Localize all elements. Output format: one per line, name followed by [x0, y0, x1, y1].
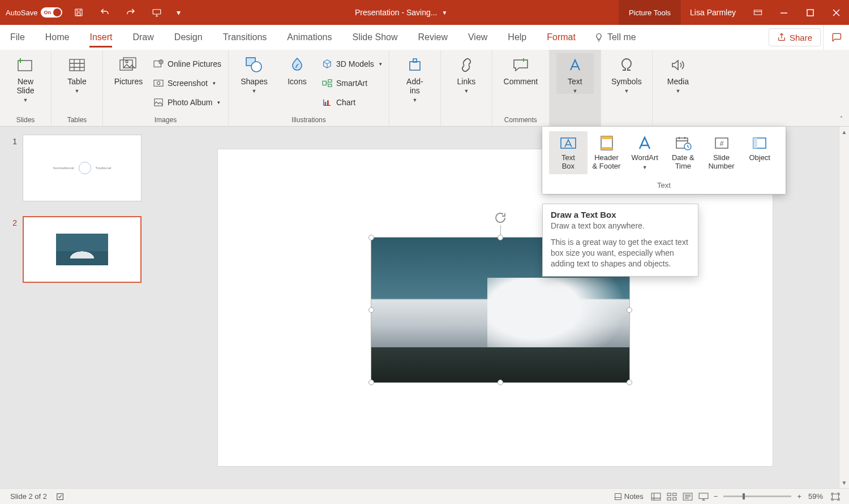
title-dropdown-icon[interactable]: ▼ [441, 10, 447, 16]
svg-rect-35 [699, 493, 708, 498]
svg-point-12 [126, 61, 128, 63]
comment-button[interactable]: Comment [499, 53, 542, 86]
resize-handle[interactable] [498, 235, 503, 240]
ribbon-display-options-icon[interactable] [745, 0, 771, 25]
svg-text:#: # [719, 140, 723, 148]
tab-animations[interactable]: Animations [277, 25, 342, 50]
comment-icon [511, 55, 530, 75]
text-gallery-button[interactable]: Text ▼ [556, 53, 594, 94]
slide-sorter-view-icon[interactable] [664, 489, 680, 504]
link-icon [457, 55, 476, 75]
slide-thumbnail[interactable]: 1 NontraditionalTraditional [10, 135, 147, 201]
maximize-icon[interactable] [797, 0, 823, 25]
ribbon-group-media: Media ▼ [653, 50, 704, 126]
shapes-button[interactable]: Shapes ▼ [235, 53, 273, 94]
date-time-button[interactable]: Date & Time [664, 131, 702, 174]
tab-home[interactable]: Home [35, 25, 80, 50]
zoom-slider[interactable] [723, 496, 791, 497]
online-pictures-button[interactable]: Online Pictures [153, 55, 221, 72]
object-button[interactable]: Object [740, 131, 779, 166]
table-button[interactable]: Table ▼ [58, 53, 96, 94]
scroll-up-icon[interactable]: ▲ [842, 129, 847, 135]
tab-insert[interactable]: Insert [79, 25, 122, 50]
tab-review[interactable]: Review [408, 25, 458, 50]
pictures-button[interactable]: Pictures [110, 53, 147, 86]
chart-icon [321, 97, 333, 108]
tab-file[interactable]: File [0, 25, 35, 50]
slideshow-view-icon[interactable] [696, 489, 711, 504]
resize-handle[interactable] [627, 307, 632, 313]
tell-me-search[interactable]: Tell me [586, 25, 644, 50]
resize-handle[interactable] [627, 380, 632, 385]
notes-button[interactable]: Notes [610, 489, 648, 504]
smartart-icon [321, 77, 333, 89]
autosave-toggle[interactable]: AutoSave On [6, 7, 62, 18]
collapse-ribbon-icon[interactable]: ˄ [837, 114, 846, 123]
contextual-tab-picture-tools[interactable]: Picture Tools [619, 0, 681, 25]
chart-button[interactable]: Chart [321, 94, 382, 111]
undo-icon[interactable] [95, 0, 114, 25]
fit-to-window-icon[interactable] [827, 489, 843, 504]
start-from-beginning-icon[interactable] [147, 0, 166, 25]
ribbon-group-symbols: Symbols ▼ [601, 50, 653, 126]
tab-draw[interactable]: Draw [122, 25, 164, 50]
scroll-down-icon[interactable]: ▼ [842, 480, 847, 486]
tab-slide-show[interactable]: Slide Show [342, 25, 408, 50]
slide-indicator[interactable]: Slide 2 of 2 [6, 489, 52, 504]
ribbon-group-slides: New Slide ▼ Slides [0, 50, 52, 126]
tab-transitions[interactable]: Transitions [213, 25, 277, 50]
wordart-button[interactable]: WordArt ▼ [625, 131, 664, 174]
share-button[interactable]: Share [769, 28, 821, 46]
rotate-handle-icon[interactable] [493, 210, 508, 225]
slide-canvas[interactable] [218, 149, 773, 466]
zoom-out-button[interactable]: − [711, 489, 721, 504]
close-icon[interactable] [823, 0, 849, 25]
resize-handle[interactable] [498, 380, 503, 385]
header-footer-button[interactable]: Header & Footer [588, 131, 626, 174]
slide-number-icon: # [712, 135, 731, 152]
chevron-down-icon: ▼ [572, 88, 577, 94]
vertical-scrollbar[interactable]: ▲▼ [839, 127, 849, 488]
resize-handle[interactable] [368, 380, 374, 385]
3d-models-button[interactable]: 3D Models▾ [321, 55, 382, 72]
spellcheck-icon[interactable] [52, 489, 70, 504]
tab-design[interactable]: Design [164, 25, 213, 50]
icons-button[interactable]: Icons [278, 53, 316, 86]
pictures-icon [119, 55, 138, 75]
minimize-icon[interactable] [771, 0, 797, 25]
user-name[interactable]: Lisa Parmley [681, 8, 745, 17]
slide-thumbnail[interactable]: 2 [10, 216, 147, 283]
zoom-percent[interactable]: 59% [804, 489, 827, 504]
svg-point-16 [157, 81, 160, 84]
media-button[interactable]: Media ▼ [659, 53, 697, 94]
tooltip-line-1: Draw a text box anywhere. [551, 221, 690, 231]
smartart-button[interactable]: SmartArt [321, 75, 382, 92]
links-button[interactable]: Links ▼ [448, 53, 485, 94]
photo-album-button[interactable]: Photo Album▾ [153, 94, 221, 111]
resize-handle[interactable] [368, 235, 374, 240]
reading-view-icon[interactable] [680, 489, 696, 504]
symbols-button[interactable]: Symbols ▼ [608, 53, 645, 94]
redo-icon[interactable] [121, 0, 140, 25]
tab-format[interactable]: Format [537, 25, 586, 50]
svg-rect-0 [75, 9, 82, 16]
ribbon-group-tables: Table ▼ Tables [52, 50, 103, 126]
shapes-icon [245, 55, 264, 75]
text-box-button[interactable]: Text Box [549, 131, 588, 174]
addins-button[interactable]: Add- ins ▼ [396, 53, 434, 103]
zoom-in-button[interactable]: + [795, 489, 804, 504]
wordart-icon [635, 135, 654, 152]
tab-view[interactable]: View [458, 25, 498, 50]
ribbon-group-illustrations: Shapes ▼ Icons 3D Models▾ SmartArt Chart… [229, 50, 389, 126]
svg-rect-25 [410, 62, 420, 70]
new-slide-button[interactable]: New Slide ▼ [7, 53, 44, 103]
screenshot-button[interactable]: Screenshot▾ [153, 75, 221, 92]
customize-qat-icon[interactable]: ▾ [173, 0, 183, 25]
comments-pane-button[interactable] [823, 25, 849, 50]
tab-help[interactable]: Help [498, 25, 537, 50]
save-icon[interactable] [69, 0, 88, 25]
normal-view-icon[interactable] [648, 489, 664, 504]
slide-number-button[interactable]: # Slide Number [702, 131, 741, 174]
resize-handle[interactable] [368, 307, 374, 313]
svg-rect-1 [77, 13, 80, 16]
